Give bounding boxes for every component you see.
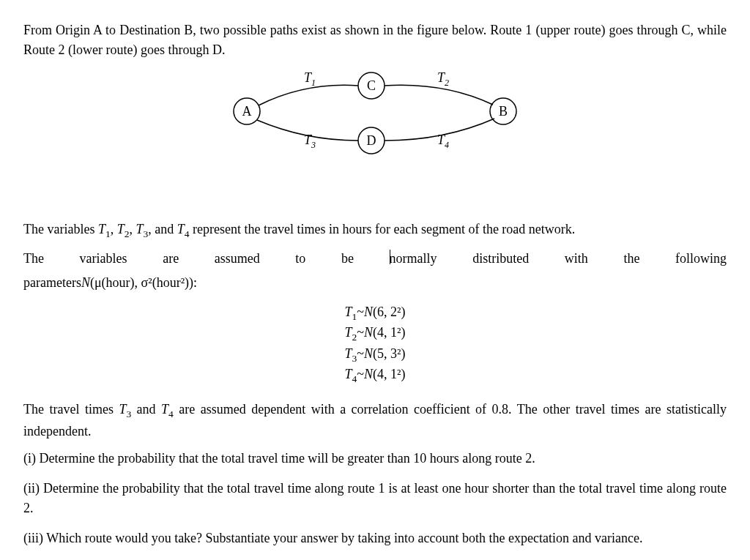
network-svg: A C D B T1 T2 T3 T4 [218, 67, 532, 155]
distribution-equations: T1~N(6, 2²) T2~N(4, 1²) T3~N(5, 3²) T4~N… [23, 303, 727, 387]
node-a-label: A [242, 104, 252, 119]
edge-label-t4: T4 [437, 132, 449, 150]
node-c-label: C [367, 78, 376, 93]
variables-paragraph-3: parametersN(μ(hour), σ²(hour²)): [23, 273, 727, 293]
eq-t2: T2~N(4, 1²) [23, 324, 727, 344]
variables-paragraph-2: The variables are assumed to be normally… [23, 249, 727, 269]
dependence-paragraph: The travel times T3 and T4 are assumed d… [23, 400, 727, 441]
edge-c-b [385, 85, 493, 105]
node-b-label: B [499, 104, 508, 119]
variables-paragraph-1: The variables T1, T2, T3, and T4 represe… [23, 220, 727, 242]
network-figure: A C D B T1 T2 T3 T4 [23, 67, 727, 155]
edge-a-c [259, 85, 358, 105]
eq-t4: T4~N(4, 1²) [23, 365, 727, 386]
edge-label-t2: T2 [437, 70, 449, 88]
eq-t3: T3~N(5, 3²) [23, 345, 727, 365]
eq-t1: T1~N(6, 2²) [23, 303, 727, 324]
edge-label-t3: T3 [304, 132, 316, 150]
question-3: (iii) Which route would you take? Substa… [23, 529, 727, 548]
question-1: (i) Determine the probability that the t… [23, 449, 727, 468]
node-d-label: D [367, 133, 376, 148]
intro-paragraph: From Origin A to Destination B, two poss… [23, 20, 727, 60]
edge-label-t1: T1 [304, 70, 316, 88]
question-2: (ii) Determine the probability that the … [23, 479, 727, 518]
